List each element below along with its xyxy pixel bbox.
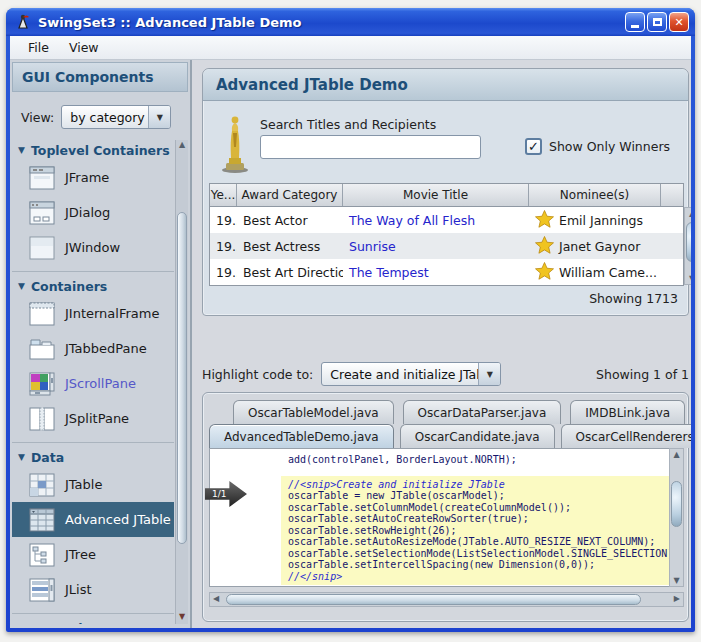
triangle-down-icon: ▼ — [18, 452, 25, 462]
jframe-icon — [28, 165, 55, 191]
scroll-down-icon[interactable]: ▼ — [670, 576, 683, 585]
sidebar-item-jwindow[interactable]: JWindow — [12, 230, 174, 265]
cell-year: 19... — [210, 213, 237, 228]
sidebar-section: ▼ContainersJInternalFrameJTabbedPaneJScr… — [12, 276, 174, 443]
column-header-movietitle[interactable]: Movie Title — [343, 184, 529, 206]
sidebar-section: ▼DataJTableAdvanced JTableJTreeJList — [12, 447, 174, 614]
sidebar-section-header[interactable]: ▼Data — [12, 447, 174, 467]
cell-movie-link[interactable]: The Tempest — [343, 265, 529, 280]
table-row[interactable]: 19...Best Art DirectionThe TempestWillia… — [210, 259, 683, 285]
menu-view[interactable]: View — [59, 37, 109, 58]
sidebar-section-label: Containers — [31, 279, 107, 294]
tab-oscarcandidate[interactable]: OscarCandidate.java — [400, 424, 555, 448]
code-line: oscarTable.setAutoCreateRowSorter(true); — [288, 513, 670, 525]
triangle-down-icon: ▼ — [18, 281, 25, 291]
cell-category: Best Actress — [237, 239, 343, 254]
cell-movie-link[interactable]: The Way of All Flesh — [343, 213, 529, 228]
search-label: Search Titles and Recipients — [260, 117, 436, 132]
table-scrollbar[interactable]: ▲ ▼ — [684, 207, 691, 285]
sidebar-item-jscrollpane[interactable]: JScrollPane — [12, 366, 174, 401]
sidebar-item-jtree[interactable]: JTree — [12, 537, 174, 572]
menu-file[interactable]: File — [18, 37, 59, 58]
sidebar-item-label: JTree — [65, 547, 96, 562]
jtable-icon — [28, 472, 55, 498]
code-line: oscarTable.setRowHeight(26); — [288, 525, 670, 537]
scroll-up-icon[interactable]: ▲ — [670, 450, 683, 459]
highlighted-snippet: //<snip>Create and initialize JTableosca… — [281, 476, 670, 586]
show-only-winners-checkbox[interactable]: ✓ — [525, 138, 542, 155]
tab-imdblink[interactable]: IMDBLink.java — [570, 400, 685, 424]
code-vertical-scrollbar[interactable]: ▲ ▼ — [669, 448, 684, 587]
tab-oscartablemodel[interactable]: OscarTableModel.java — [233, 400, 394, 424]
table-header-row: Ye...Award CategoryMovie TitleNominee(s) — [210, 184, 683, 207]
code-horizontal-scrollbar[interactable]: ◀ ▶ — [209, 592, 684, 607]
maximize-icon — [653, 18, 662, 26]
snippet-marker[interactable]: 1/1 — [205, 481, 247, 507]
close-button[interactable]: ✕ — [669, 12, 689, 32]
code-line: oscarTable = new JTable(oscarModel); — [288, 490, 670, 502]
cell-category: Best Art Direction — [237, 265, 343, 280]
titlebar[interactable]: SwingSet3 :: Advanced JTable Demo ✕ — [6, 8, 695, 36]
cell-year: 19... — [210, 265, 237, 280]
scroll-up-icon[interactable]: ▲ — [176, 140, 188, 152]
tab-advancedtabledemo[interactable]: AdvancedTableDemo.java — [209, 424, 394, 448]
sidebar-item-label: JList — [65, 582, 92, 597]
sidebar-item-label: JTabbedPane — [65, 341, 147, 356]
tab-oscarcellrenderers[interactable]: OscarCellRenderers.java — [561, 424, 691, 448]
sidebar-item-jsplitpane[interactable]: JSplitPane — [12, 401, 174, 436]
sidebar-scrollbar[interactable]: ▲ ▼ — [175, 140, 188, 624]
column-header-ye[interactable]: Ye... — [210, 184, 237, 206]
menubar: File View — [10, 36, 691, 60]
window-body: File View GUI Components View: by catego… — [10, 36, 691, 628]
jtree-icon — [28, 542, 55, 568]
component-list: ▼Toplevel ContainersJFrameJDialogJWindow… — [12, 140, 174, 624]
sidebar-item-jlist[interactable]: JList — [12, 572, 174, 607]
sidebar-item-jinternalframe[interactable]: JInternalFrame — [12, 296, 174, 331]
maximize-button[interactable] — [647, 12, 667, 32]
table-body: 19...Best ActorThe Way of All FleshEmil … — [210, 207, 683, 285]
code-line: oscarTable.setSelectionMode(ListSelectio… — [288, 548, 670, 560]
tab-oscardataparser[interactable]: OscarDataParser.java — [403, 400, 562, 424]
winner-star-icon — [535, 210, 554, 231]
code-viewer[interactable]: add(controlPanel, BorderLayout.NORTH);//… — [209, 448, 671, 587]
table-row[interactable]: 19...Best ActressSunriseJanet Gaynor — [210, 233, 683, 259]
column-header-nominees[interactable]: Nominee(s) — [529, 184, 661, 206]
jsplitpane-icon — [28, 406, 55, 432]
highlight-code-dropdown[interactable]: Create and initialize JTable ▼ — [321, 362, 501, 386]
scroll-up-icon[interactable]: ▲ — [685, 209, 691, 218]
column-header-awardcategory[interactable]: Award Category — [237, 184, 343, 206]
view-dropdown[interactable]: by category ▼ — [61, 105, 171, 129]
table-scrollbar-thumb[interactable] — [686, 222, 691, 262]
minimize-icon — [631, 25, 639, 28]
checkmark-icon: ✓ — [528, 139, 539, 154]
jwindow-icon — [28, 235, 55, 261]
minimize-button[interactable] — [625, 12, 645, 32]
search-input[interactable] — [260, 135, 481, 159]
scroll-right-icon[interactable]: ▶ — [674, 594, 680, 603]
sidebar: GUI Components View: by category ▼ ▼Topl… — [10, 60, 192, 628]
sidebar-item-label: JFrame — [65, 170, 109, 185]
main-area: Advanced JTable Demo — [194, 60, 691, 628]
sidebar-item-jtable[interactable]: JTable — [12, 467, 174, 502]
show-only-winners-label: Show Only Winners — [549, 139, 670, 154]
sidebar-section-label: Data — [31, 450, 64, 465]
sidebar-scrollbar-thumb[interactable] — [177, 212, 187, 544]
sidebar-item-jtabbedpane[interactable]: JTabbedPane — [12, 331, 174, 366]
scroll-down-icon[interactable]: ▼ — [176, 612, 188, 624]
code-vscroll-thumb[interactable] — [671, 481, 682, 527]
cell-movie-link[interactable]: Sunrise — [343, 239, 529, 254]
code-hscroll-thumb[interactable] — [226, 594, 641, 605]
sidebar-section-header[interactable]: ▼Containers — [12, 276, 174, 296]
table-row[interactable]: 19...Best ActorThe Way of All FleshEmil … — [210, 207, 683, 233]
sidebar-item-jdialog[interactable]: JDialog — [12, 195, 174, 230]
sidebar-item-advanced jtable[interactable]: Advanced JTable — [12, 502, 174, 537]
sidebar-section: ▼Toplevel ContainersJFrameJDialogJWindow — [12, 140, 174, 272]
cell-year: 19... — [210, 239, 237, 254]
jdialog-icon — [28, 200, 55, 226]
scroll-down-icon[interactable]: ▼ — [685, 274, 691, 283]
sidebar-item-jframe[interactable]: JFrame — [12, 160, 174, 195]
code-line: //<snip>Create and initialize JTable — [288, 479, 670, 491]
sidebar-section-header[interactable]: ▼Toplevel Containers — [12, 140, 174, 160]
sidebar-section-header[interactable]: ▼Controls — [12, 618, 174, 624]
scroll-left-icon[interactable]: ◀ — [213, 594, 219, 603]
